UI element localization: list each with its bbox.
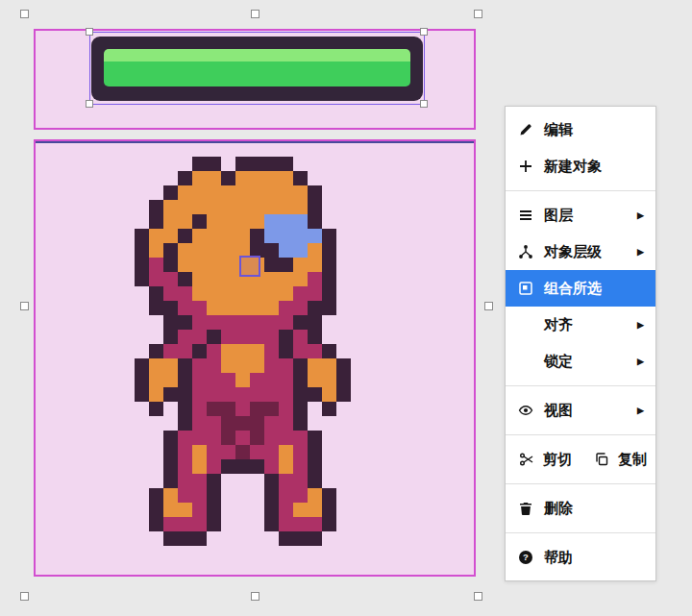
sprite-pixel: [250, 185, 264, 200]
menu-item-label: 新建对象: [544, 158, 644, 176]
sprite-pixel: [351, 243, 365, 258]
character-sprite[interactable]: [135, 157, 380, 560]
selection-handle[interactable]: [251, 592, 260, 601]
sprite-pixel: [264, 546, 279, 560]
sprite-pixel: [192, 474, 207, 488]
submenu-arrow-icon: ▶: [637, 357, 644, 366]
sprite-pixel: [178, 171, 192, 185]
sprite-pixel: [221, 459, 235, 474]
selection-handle[interactable]: [251, 10, 260, 18]
sprite-pixel: [207, 488, 221, 503]
sprite-pixel: [250, 157, 264, 171]
sprite-pixel: [178, 157, 192, 171]
selection-handle[interactable]: [474, 592, 482, 601]
sprite-pixel: [178, 531, 192, 546]
sprite-pixel: [351, 503, 365, 517]
selection-handle[interactable]: [420, 28, 428, 36]
sprite-pixel: [365, 157, 380, 171]
healthbar-sprite[interactable]: [91, 37, 423, 101]
sprite-pixel: [322, 286, 336, 301]
sprite-pixel: [308, 431, 322, 445]
sprite-pixel: [293, 301, 308, 315]
menu-divider: [506, 434, 655, 435]
sprite-pixel: [178, 416, 192, 431]
sprite-pixel: [250, 445, 264, 459]
selection-handle[interactable]: [420, 100, 428, 108]
help-icon: ?: [517, 549, 534, 566]
menu-item-label: 删除: [544, 500, 644, 518]
menu-item-layers[interactable]: 图层▶: [506, 197, 655, 234]
sprite-pixel: [351, 330, 365, 344]
selection-handle[interactable]: [484, 302, 493, 310]
sprite-pixel: [149, 258, 163, 272]
menu-item-copy[interactable]: 复制: [581, 441, 655, 478]
sprite-pixel: [279, 387, 293, 402]
sprite-pixel: [221, 474, 235, 488]
sprite-pixel: [365, 488, 380, 503]
selection-handle[interactable]: [474, 10, 482, 18]
sprite-pixel: [264, 185, 279, 200]
sprite-pixel: [308, 517, 322, 531]
menu-item-group-selection[interactable]: 组合所选: [506, 270, 655, 307]
sprite-pixel: [207, 330, 221, 344]
menu-item-label: 对齐: [544, 316, 628, 334]
sprite-pixel: [178, 200, 192, 214]
selection-handle[interactable]: [20, 10, 29, 18]
sprite-pixel: [250, 286, 264, 301]
sprite-pixel: [163, 459, 178, 474]
sprite-pixel: [264, 387, 279, 402]
sprite-pixel: [192, 214, 207, 229]
sprite-pixel: [279, 185, 293, 200]
sprite-pixel: [149, 546, 163, 560]
sprite-pixel: [336, 171, 351, 185]
sprite-pixel: [336, 459, 351, 474]
sprite-pixel: [322, 185, 336, 200]
sprite-pixel: [351, 171, 365, 185]
sprite-pixel: [135, 344, 149, 358]
sprite-pixel: [178, 474, 192, 488]
selection-handle[interactable]: [86, 100, 93, 108]
sprite-pixel: [264, 474, 279, 488]
sprite-pixel: [279, 200, 293, 214]
sprite-pixel: [235, 488, 250, 503]
selection-handle[interactable]: [86, 28, 93, 36]
menu-item-view[interactable]: 视图▶: [506, 392, 655, 429]
sprite-pixel: [264, 171, 279, 185]
selection-handle[interactable]: [20, 302, 29, 310]
menu-item-help[interactable]: ?帮助: [506, 539, 655, 576]
sprite-pixel: [351, 157, 365, 171]
sprite-pixel: [308, 474, 322, 488]
selection-handle[interactable]: [20, 592, 29, 601]
sprite-pixel: [135, 243, 149, 258]
sprite-pixel: [178, 387, 192, 402]
sprite-pixel: [163, 503, 178, 517]
sprite-pixel: [207, 243, 221, 258]
menu-item-align[interactable]: 对齐▶: [506, 307, 655, 343]
sprite-pixel: [149, 344, 163, 358]
sprite-pixel: [207, 474, 221, 488]
menu-item-cut[interactable]: 剪切: [506, 441, 581, 478]
menu-item-delete[interactable]: 删除: [506, 490, 655, 527]
menu-item-edit[interactable]: 编辑: [506, 111, 655, 148]
menu-item-object-hierarchy[interactable]: 对象层级▶: [506, 234, 655, 270]
sprite-pixel: [221, 402, 235, 416]
sprite-pixel: [250, 503, 264, 517]
menu-item-new-object[interactable]: 新建对象: [506, 148, 655, 185]
sprite-pixel: [235, 200, 250, 214]
sprite-pixel: [264, 416, 279, 431]
sprite-pixel: [351, 416, 365, 431]
sprite-pixel: [250, 459, 264, 474]
sprite-pixel: [308, 373, 322, 387]
sprite-pixel: [163, 517, 178, 531]
sprite-pixel: [250, 358, 264, 373]
sprite-pixel: [322, 344, 336, 358]
sprite-pixel: [207, 358, 221, 373]
sprite-pixel: [149, 445, 163, 459]
sprite-pixel: [221, 546, 235, 560]
menu-item-lock[interactable]: 锁定▶: [506, 343, 655, 380]
sprite-pixel: [336, 258, 351, 272]
object-anchor[interactable]: [239, 256, 260, 277]
sprite-pixel: [135, 387, 149, 402]
sprite-pixel: [149, 171, 163, 185]
sprite-pixel: [279, 431, 293, 445]
